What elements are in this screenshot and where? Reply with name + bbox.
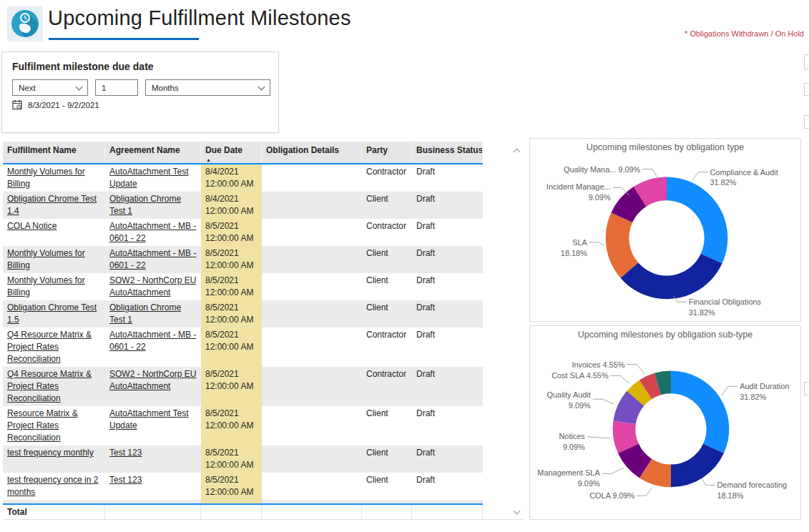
table-scrollbar[interactable] — [511, 144, 522, 517]
table-row: Monthly Volumes for BillingAutoAttachmen… — [3, 164, 483, 192]
agreement-link[interactable]: Test 123 — [109, 475, 142, 485]
chevron-down-icon — [76, 83, 83, 90]
fulfillment-link[interactable]: Resource Matrix & Project Rates Reconcil… — [7, 408, 78, 443]
dashboard-page: Upcoming Fulfillment Milestones * Obliga… — [0, 0, 809, 532]
obligation-details-cell — [262, 300, 362, 327]
business-status-cell: Draft — [412, 192, 483, 219]
filter-operator-dropdown[interactable]: Next — [12, 79, 88, 96]
party-cell: Client — [362, 300, 412, 327]
fulfillment-link[interactable]: Monthly Volumes for Billing — [7, 248, 85, 270]
label-leader-line — [692, 172, 708, 180]
fulfillment-link[interactable]: COLA Notice — [7, 221, 57, 231]
chart-title: Upcoming milestones by obligation sub-ty… — [530, 330, 800, 340]
obligation-subtype-donut-chart[interactable]: Invoices 4.55%Cost SLA 4.55%Quality Audi… — [530, 326, 800, 519]
label-leader-line — [702, 479, 715, 485]
obligation-details-cell — [262, 473, 362, 500]
due-date-cell: 8/5/202112:00:00 AM — [201, 473, 262, 500]
fulfillment-link[interactable]: test frequency monthly — [7, 448, 94, 458]
donut-slice-label: Financial Obligations31.82% — [689, 297, 762, 317]
label-leader-line — [721, 386, 737, 395]
obligation-details-cell — [262, 192, 362, 219]
calendar-clock-icon — [12, 99, 22, 110]
table-row: test frequency monthlyTest 1238/5/202112… — [3, 445, 483, 473]
donut-slice-label: SLA18.18% — [561, 238, 588, 257]
label-leader-line — [611, 375, 629, 383]
due-date-cell: 8/5/202112:00:00 AM — [201, 273, 262, 300]
fulfillment-link[interactable]: Obligation Chrome Test 1.5 — [7, 302, 97, 325]
obligation-details-cell — [262, 367, 362, 406]
business-status-cell: Draft — [412, 327, 483, 367]
party-cell: Client — [362, 445, 412, 473]
page-title: Upcoming Fulfillment Milestones — [48, 6, 351, 30]
agreement-link[interactable]: Test 123 — [109, 448, 142, 458]
donut-slice-audit-duration[interactable] — [671, 371, 729, 453]
total-cell — [412, 505, 483, 519]
column-header-business-status[interactable]: Business Status — [412, 142, 483, 163]
business-status-cell: Draft — [412, 473, 483, 500]
column-header-obligation-details[interactable]: Obligation Details — [262, 142, 362, 163]
donut-slice-compliance-audit[interactable] — [667, 177, 727, 264]
obligation-details-cell — [262, 246, 362, 273]
due-date-cell: 8/5/202112:00:00 AM — [201, 406, 262, 445]
fulfillment-link[interactable]: Monthly Volumes for Billing — [7, 275, 85, 297]
chart-title: Upcoming milestones by obligation type — [530, 142, 800, 152]
fulfillment-link[interactable]: Obligation Chrome Test 1.4 — [7, 194, 97, 216]
table-body: Monthly Volumes for BillingAutoAttachmen… — [3, 164, 483, 503]
fulfillment-link[interactable]: Monthly Volumes for Billing — [7, 167, 85, 189]
party-cell: Client — [362, 192, 412, 219]
label-leader-line — [593, 399, 614, 404]
party-cell: Contractor — [362, 164, 412, 192]
agreement-link[interactable]: AutoAttachment Test Update — [109, 167, 189, 189]
scroll-down-button[interactable] — [513, 507, 520, 514]
date-range-label: 8/3/2021 - 9/2/2021 — [28, 101, 99, 109]
party-cell: Contractor — [362, 327, 412, 367]
obligation-details-cell — [262, 273, 362, 300]
sort-ascending-icon: ▲ — [206, 157, 211, 162]
table-total-row: Total — [3, 503, 483, 519]
donut-slice-label: Audit Duration31.82% — [740, 382, 789, 401]
donut-slice-label: Management SLA9.09% — [537, 468, 600, 488]
label-leader-line — [627, 365, 644, 375]
party-cell: Client — [362, 473, 412, 500]
obligation-subtype-chart-card: Invoices 4.55%Cost SLA 4.55%Quality Audi… — [529, 325, 801, 520]
obligation-details-cell — [262, 406, 362, 445]
agreement-link[interactable]: SOW2 - NorthCorp EU AutoAttachment — [109, 369, 196, 391]
donut-slice-label: Compliance & Audit31.82% — [710, 168, 778, 187]
agreement-link[interactable]: AutoAttachment - MB - 0601 - 22 — [109, 221, 196, 243]
table-row: Q4 Resource Matrix & Project Rates Recon… — [3, 327, 483, 367]
fulfillment-link[interactable]: test frequency once in 2 months — [7, 475, 98, 497]
label-leader-line — [589, 242, 604, 246]
agreement-link[interactable]: AutoAttachment - MB - 0601 - 22 — [109, 330, 196, 352]
fulfillment-link[interactable]: Q4 Resource Matrix & Project Rates Recon… — [7, 330, 92, 364]
obligation-type-chart-card: Quality Mana... 9.09%Incident Manage...9… — [529, 138, 801, 322]
donut-slice-demand-forecasting[interactable] — [671, 444, 724, 488]
agreement-link[interactable]: SOW2 - NorthCorp EU AutoAttachment — [109, 275, 196, 297]
party-cell: Client — [362, 246, 412, 273]
column-header-due-date[interactable]: Due Date▲ — [201, 142, 262, 163]
table-row: Q4 Resource Matrix & Project Rates Recon… — [3, 367, 483, 406]
obligation-details-cell — [262, 327, 362, 367]
table-row: test frequency once in 2 monthsTest 1238… — [3, 473, 483, 500]
donut-slice-label: Notices9.09% — [559, 432, 585, 451]
agreement-link[interactable]: AutoAttachment - MB - 0601 - 22 — [109, 248, 196, 270]
scroll-up-button[interactable] — [513, 147, 520, 154]
total-cell — [105, 505, 201, 519]
table-row: Resource Matrix & Project Rates Reconcil… — [3, 406, 483, 445]
agreement-link[interactable]: AutoAttachment Test Update — [109, 408, 189, 430]
clipped-panel-fragment — [804, 54, 809, 69]
fulfillment-link[interactable]: Q4 Resource Matrix & Project Rates Recon… — [7, 369, 92, 403]
column-header-party[interactable]: Party — [362, 142, 412, 163]
obligation-type-donut-chart[interactable]: Quality Mana... 9.09%Incident Manage...9… — [530, 139, 800, 321]
label-leader-line — [602, 468, 624, 474]
filter-value-input[interactable] — [95, 79, 138, 96]
business-status-cell: Draft — [412, 445, 483, 473]
column-header-agreement-name[interactable]: Agreement Name — [105, 142, 201, 163]
agreement-link[interactable]: Obligation Chrome Test 1 — [109, 194, 181, 216]
agreement-link[interactable]: Obligation Chrome Test 1 — [109, 302, 181, 325]
due-date-cell: 8/4/202112:00:00 AM — [201, 192, 262, 219]
table-row: Obligation Chrome Test 1.5Obligation Chr… — [3, 300, 483, 327]
business-status-cell: Draft — [412, 219, 483, 246]
due-date-cell: 8/5/202112:00:00 AM — [201, 300, 262, 327]
column-header-fulfillment-name[interactable]: Fulfillment Name — [3, 142, 105, 163]
filter-unit-dropdown[interactable]: Months — [145, 79, 270, 96]
